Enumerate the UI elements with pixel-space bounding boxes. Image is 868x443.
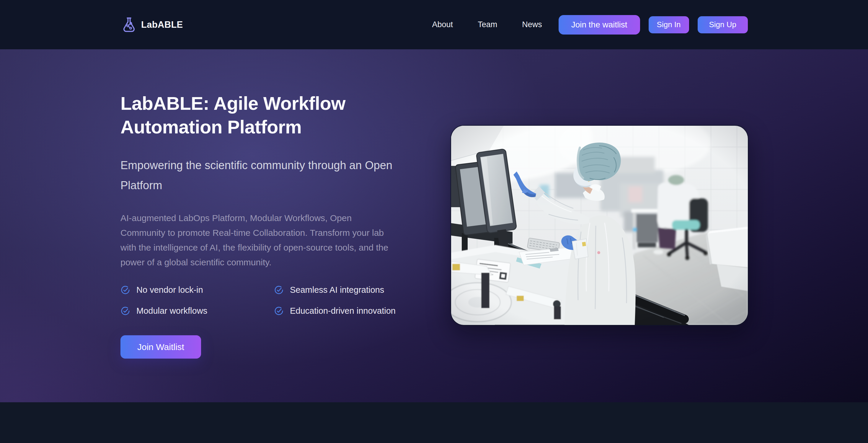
hero-subtitle: Empowering the scientific community thro… [120, 155, 433, 195]
feature-item: Education-driven innovation [274, 306, 433, 316]
flask-network-icon [120, 16, 137, 33]
feature-item: No vendor lock-in [120, 285, 274, 295]
nav-buttons: Join the waitlist Sign In Sign Up [559, 15, 748, 35]
check-circle-icon [274, 306, 284, 316]
hero-section: LabABLE: Agile Workflow Automation Platf… [0, 49, 868, 402]
feature-label: Education-driven innovation [290, 306, 396, 316]
nav-link-news[interactable]: News [522, 20, 542, 29]
navbar: LabABLE About Team News Join the waitlis… [0, 0, 868, 49]
feature-label: Modular workflows [136, 306, 207, 316]
check-circle-icon [274, 285, 284, 295]
brand-logo[interactable]: LabABLE [120, 16, 183, 33]
hero-lab-photo [451, 126, 748, 325]
check-circle-icon [120, 306, 130, 316]
photo-vignette [451, 126, 748, 325]
feature-item: Seamless AI integrations [274, 285, 433, 295]
feature-item: Modular workflows [120, 306, 274, 316]
sign-up-button[interactable]: Sign Up [698, 16, 748, 33]
sign-in-button[interactable]: Sign In [649, 16, 689, 33]
join-waitlist-nav-button[interactable]: Join the waitlist [559, 15, 640, 35]
feature-label: Seamless AI integrations [290, 285, 384, 295]
nav-link-team[interactable]: Team [478, 20, 497, 29]
page-title: LabABLE: Agile Workflow Automation Platf… [120, 92, 433, 139]
footer [0, 402, 868, 443]
hero-description: AI-augmented LabOps Platform, Modular Wo… [120, 211, 433, 270]
check-circle-icon [120, 285, 130, 295]
feature-list: No vendor lock-in Seamless AI integratio… [120, 285, 433, 316]
feature-label: No vendor lock-in [136, 285, 203, 295]
nav-links: About Team News [432, 20, 542, 29]
nav-link-about[interactable]: About [432, 20, 453, 29]
brand-name: LabABLE [141, 20, 183, 30]
lab-photo-illustration [451, 126, 748, 325]
join-waitlist-hero-button[interactable]: Join Waitlist [120, 335, 201, 358]
hero-content: LabABLE: Agile Workflow Automation Platf… [120, 92, 433, 358]
